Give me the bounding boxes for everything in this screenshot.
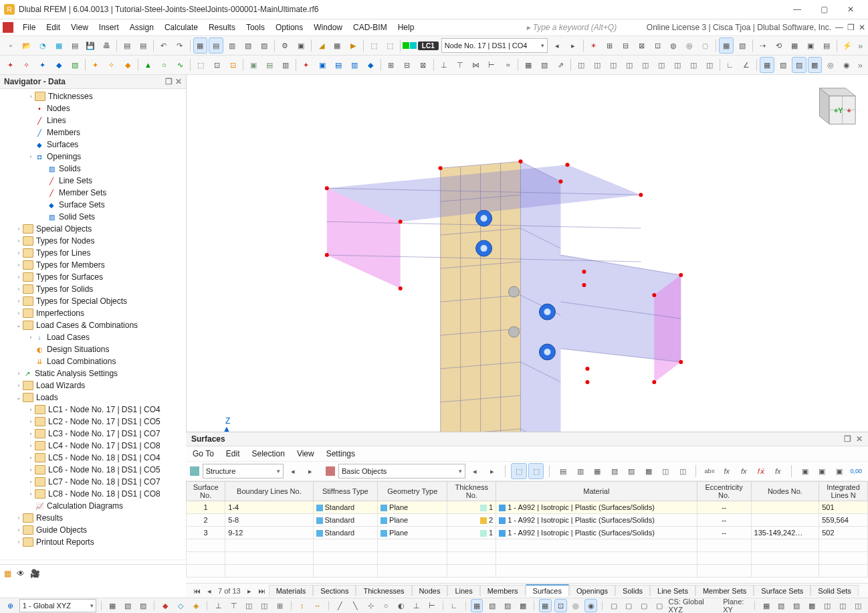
prev-page-icon[interactable]: ◂	[204, 587, 215, 596]
x8-icon[interactable]: ◫	[686, 57, 701, 73]
cs-combo[interactable]: 1 - Global XYZ	[19, 599, 96, 612]
tab-line-sets[interactable]: Line Sets	[650, 585, 695, 596]
tool-b-icon[interactable]: ⟲	[772, 37, 786, 54]
sb15-icon[interactable]: ╲	[349, 599, 362, 612]
col-header[interactable]: IntegratedLines N	[819, 482, 868, 501]
tab-materials[interactable]: Materials	[269, 585, 314, 596]
res8-icon[interactable]: ◌	[698, 37, 713, 54]
x5-icon[interactable]: ◫	[638, 57, 653, 73]
sb-r4-icon[interactable]: ▩	[806, 599, 819, 612]
tab-thicknesses[interactable]: Thicknesses	[356, 585, 411, 596]
nav-data-icon[interactable]: ▦	[4, 569, 11, 578]
ab-icon[interactable]: ab≡	[701, 463, 718, 479]
inner-restore-button[interactable]: ❐	[847, 23, 855, 32]
redo-icon[interactable]: ↷	[173, 37, 187, 54]
tree-item[interactable]: ◐Design Situations	[0, 343, 186, 355]
sb-r5-icon[interactable]: ◫	[821, 599, 834, 612]
nav2-left-icon[interactable]: ◂	[467, 463, 483, 479]
cb3-icon[interactable]: ⇗	[553, 57, 568, 73]
tree-item[interactable]: ›Thicknesses	[0, 90, 186, 102]
menu-options[interactable]: Options	[270, 21, 308, 33]
copy-model-icon[interactable]: ▤	[68, 37, 82, 54]
new-icon[interactable]: ▫	[3, 37, 18, 54]
sel1-icon[interactable]: ⬚	[193, 57, 208, 73]
cb2-icon[interactable]: ▧	[537, 57, 552, 73]
view2-icon[interactable]: ▧	[735, 37, 750, 54]
t1-icon[interactable]: ▤	[555, 463, 571, 479]
script-icon[interactable]: ⚙	[278, 37, 292, 54]
table-toggle-icon[interactable]: ▤	[209, 37, 223, 54]
nav-float-icon[interactable]: ❐	[165, 77, 173, 86]
x6-icon[interactable]: ◫	[654, 57, 669, 73]
vw1-icon[interactable]: ⊞	[384, 57, 399, 73]
ld2-icon[interactable]: ▣	[315, 57, 330, 73]
tree-item[interactable]: ◆Surface Sets	[0, 199, 186, 211]
panel2-icon[interactable]: ▧	[241, 37, 255, 54]
sb-c3-icon[interactable]: ▢	[638, 599, 651, 612]
nav-close-icon[interactable]: ✕	[175, 77, 182, 86]
x3-icon[interactable]: ◫	[606, 57, 621, 73]
g2-icon[interactable]: ▧	[776, 57, 790, 73]
tree-item[interactable]: ›Load Wizards	[0, 379, 186, 391]
macro-icon[interactable]: ▣	[294, 37, 308, 54]
sb-grid2-icon[interactable]: ▧	[485, 599, 498, 612]
next-page-icon[interactable]: ▸	[244, 587, 255, 596]
res5-icon[interactable]: ⊡	[651, 37, 665, 54]
sel2-icon[interactable]: ⊡	[209, 57, 224, 73]
tree-item[interactable]: ╱Member Sets	[0, 187, 186, 199]
tree-item[interactable]: ›Guide Objects	[0, 524, 186, 536]
tree-item[interactable]: ›Types for Special Objects	[0, 295, 186, 307]
nav-right-icon[interactable]: ▸	[302, 463, 318, 479]
col-header[interactable]: Nodes No.	[751, 482, 819, 501]
last-page-icon[interactable]: ⏭	[255, 587, 269, 595]
hinge-icon[interactable]: ○	[157, 57, 172, 73]
ld5-icon[interactable]: ◆	[363, 57, 378, 73]
fx1-icon[interactable]: fx	[719, 463, 735, 479]
m4-icon[interactable]: ⊢	[484, 57, 499, 73]
exp4-icon[interactable]: 0,00	[849, 463, 865, 479]
sb12-icon[interactable]: ↕	[296, 599, 308, 612]
g3-icon[interactable]: ▨	[792, 57, 806, 73]
t7-icon[interactable]: ◫	[657, 463, 673, 479]
sb-grid3-icon[interactable]: ▨	[501, 599, 514, 612]
t2-icon[interactable]: ▥	[572, 463, 588, 479]
minimize-button[interactable]: —	[784, 0, 810, 19]
sel3-icon[interactable]: ⊡	[225, 57, 240, 73]
g1-icon[interactable]: ▦	[760, 57, 774, 73]
sb-grid1-icon[interactable]: ▦	[471, 599, 483, 612]
surf-menu-selection[interactable]: Selection	[251, 448, 286, 459]
tree-item[interactable]: ›Imperfections	[0, 307, 186, 319]
sb10-icon[interactable]: ◫	[258, 599, 271, 612]
tab-solid-sets[interactable]: Solid Sets	[810, 585, 859, 596]
sb19-icon[interactable]: ⊥	[410, 599, 423, 612]
cb1-icon[interactable]: ▦	[521, 57, 536, 73]
vw3-icon[interactable]: ⊠	[416, 57, 431, 73]
print-icon[interactable]: 🖶	[99, 37, 114, 54]
sel-mode2-icon[interactable]: ⬚	[528, 463, 544, 479]
ld4-icon[interactable]: ▥	[347, 57, 362, 73]
col-header[interactable]: Material	[496, 482, 697, 501]
sb-c4-icon[interactable]: ▢	[653, 599, 666, 612]
m5-icon[interactable]: ≈	[500, 57, 515, 73]
tree-item[interactable]: ›LC6 - Node No. 18 | DS1 | CO5	[0, 464, 186, 476]
res7-icon[interactable]: ◎	[682, 37, 697, 54]
surf-menu-settings[interactable]: Settings	[325, 448, 356, 459]
next-lc-icon[interactable]: ▸	[566, 37, 580, 54]
t3-icon[interactable]: ▦	[589, 463, 605, 479]
tree-item[interactable]: ›Results	[0, 512, 186, 524]
tree-item[interactable]: ›LC5 - Node No. 18 | DS1 | CO4	[0, 452, 186, 464]
menu-results[interactable]: Results	[203, 21, 241, 33]
structure-combo[interactable]: Structure	[203, 464, 284, 478]
menu-help[interactable]: Help	[393, 21, 420, 33]
t5-icon[interactable]: ▨	[623, 463, 639, 479]
exp2-icon[interactable]: ▣	[815, 463, 831, 479]
sb17-icon[interactable]: ○	[380, 599, 393, 612]
solid-tool-icon[interactable]: ▧	[68, 57, 82, 73]
sb7-icon[interactable]: ⊥	[212, 599, 225, 612]
toolbar2-overflow-icon[interactable]: »	[855, 60, 865, 70]
tree-item[interactable]: ›LC3 - Node No. 17 | DS1 | CO7	[0, 428, 186, 440]
sb6-icon[interactable]: ◈	[190, 599, 203, 612]
tree-item[interactable]: ⌄Load Cases & Combinations	[0, 319, 186, 331]
calc-icon[interactable]: ⚡	[840, 37, 855, 54]
tree-item[interactable]: ›Printout Reports	[0, 536, 186, 548]
